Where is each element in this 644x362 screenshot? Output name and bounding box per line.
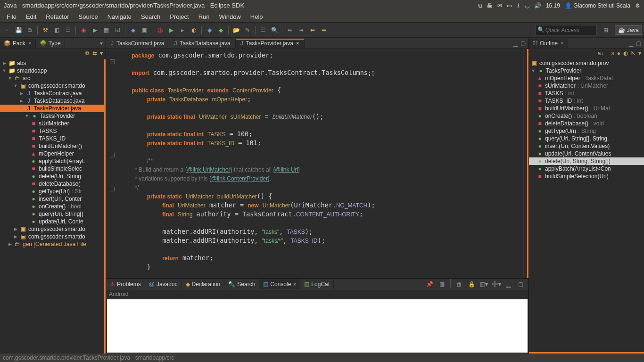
toggle-icon[interactable]: ◧ bbox=[51, 25, 62, 35]
outline-item-selected[interactable]: ●delete(Uri, String, String[]) bbox=[529, 157, 644, 165]
tree-package[interactable]: ▼▣com.gsscoder.smartdo bbox=[0, 82, 104, 90]
tree-file-provider[interactable]: ▼JTasksProvider.java bbox=[0, 105, 104, 112]
outline-item[interactable]: ■TASKS : int bbox=[529, 90, 644, 97]
display-icon[interactable]: ▥ bbox=[437, 279, 447, 289]
clock[interactable]: 16.19 bbox=[546, 2, 560, 9]
perspective-java[interactable]: ☕ Java bbox=[615, 25, 642, 35]
save-icon[interactable]: 💾 bbox=[13, 25, 24, 35]
edit-icon[interactable]: ✎ bbox=[242, 25, 253, 35]
outline-item[interactable]: ▲mOpenHelper : TasksDatal bbox=[529, 74, 644, 82]
outline-icon[interactable]: ☰ bbox=[63, 25, 73, 35]
outline-item[interactable]: ■buildUriMatcher() : UriMat bbox=[529, 105, 644, 112]
editor-tab-contract[interactable]: JTasksContract.java bbox=[106, 39, 169, 48]
build-icon[interactable]: ⚒ bbox=[40, 25, 50, 35]
tab-declaration[interactable]: ◆Declaration bbox=[182, 280, 225, 289]
open-type-icon[interactable]: 📂 bbox=[231, 25, 241, 35]
view-menu-icon[interactable]: ▾ bbox=[100, 40, 103, 47]
overview-ruler[interactable] bbox=[523, 49, 527, 278]
code-editor[interactable]: + - - package com.gsscoder.smartdo.provi… bbox=[106, 49, 528, 278]
forward-icon[interactable]: ➡ bbox=[319, 25, 329, 35]
hide-nonpublic-icon[interactable]: ● bbox=[617, 50, 620, 58]
new-package-icon[interactable]: ◆ bbox=[215, 25, 226, 35]
outline-item[interactable]: ●onCreate() : boolean bbox=[529, 112, 644, 120]
tree-project-smartdoapp[interactable]: ▼📁smartdoapp bbox=[0, 67, 104, 74]
tab-javadoc[interactable]: @Javadoc bbox=[145, 280, 182, 289]
printer-icon[interactable]: 🖶 bbox=[487, 2, 493, 9]
outline-item[interactable]: ●update(Uri, ContentValues bbox=[529, 150, 644, 157]
editor-gutter[interactable]: + - - bbox=[106, 49, 119, 278]
tree-member[interactable]: ■TASKS_ID bbox=[0, 135, 104, 142]
hide-local-icon[interactable]: ◐ bbox=[623, 50, 628, 58]
new-class-icon[interactable]: ◆ bbox=[204, 25, 215, 35]
tree-member[interactable]: ■sUriMatcher bbox=[0, 120, 104, 127]
tree-member[interactable]: ●insert(Uri, Conter bbox=[0, 195, 104, 203]
view-menu-icon[interactable]: ▾ bbox=[638, 50, 641, 58]
menu-run[interactable]: Run bbox=[195, 12, 214, 21]
new-console-icon[interactable]: ➕▾ bbox=[491, 279, 501, 289]
menu-source[interactable]: Source bbox=[75, 12, 102, 21]
package-tree[interactable]: ▶📁abs ▼📁smartdoapp ▼🗀src ▼▣com.gsscoder.… bbox=[0, 59, 106, 354]
outline-item[interactable]: ●getType(Uri) : String bbox=[529, 127, 644, 135]
mail-icon[interactable]: ✉ bbox=[497, 2, 502, 9]
checkbox-icon[interactable]: ☑ bbox=[112, 25, 123, 35]
user-menu[interactable]: 👤 Giacomo Stelluti Scala bbox=[565, 2, 630, 9]
minimize-icon[interactable]: ▁ bbox=[629, 40, 633, 47]
tree-project-abs[interactable]: ▶📁abs bbox=[0, 59, 104, 67]
tree-member[interactable]: ■TASKS bbox=[0, 127, 104, 135]
tree-member[interactable]: ■buildSimpleSelec bbox=[0, 165, 104, 173]
wifi-icon[interactable]: ◡ bbox=[525, 2, 529, 9]
tree-member[interactable]: ●update(Uri, Conte bbox=[0, 218, 104, 225]
tree-member[interactable]: ■deleteDatabase( bbox=[0, 180, 104, 188]
collapse-all-icon[interactable]: ⧉ bbox=[85, 50, 90, 58]
menu-edit[interactable]: Edit bbox=[22, 12, 40, 21]
outline-item[interactable]: ●query(Uri, String[], String, bbox=[529, 135, 644, 142]
maximize-icon[interactable]: ▢ bbox=[520, 40, 526, 47]
tab-console[interactable]: ▥Console × bbox=[259, 280, 300, 289]
tab-search[interactable]: 🔦Search bbox=[224, 280, 259, 289]
tree-file-contract[interactable]: ▶JTasksContract.java bbox=[0, 90, 104, 97]
quick-access-input[interactable] bbox=[536, 25, 597, 35]
menu-window[interactable]: Window bbox=[215, 12, 245, 21]
minimize-icon[interactable]: ▁ bbox=[503, 279, 513, 289]
run-ext-icon[interactable]: ▸ bbox=[177, 25, 188, 35]
gear-icon[interactable]: ⚙ bbox=[635, 2, 640, 9]
run-icon[interactable]: ▶ bbox=[166, 25, 176, 35]
back-icon[interactable]: ⬅ bbox=[307, 25, 318, 35]
tree-member[interactable]: ●getType(Uri): Str bbox=[0, 188, 104, 195]
menu-help[interactable]: Help bbox=[247, 12, 267, 21]
code-area[interactable]: package com.gsscoder.smartdo.provider; i… bbox=[119, 49, 523, 278]
view-dropdown-icon[interactable]: ▾ bbox=[100, 50, 103, 58]
outline-item[interactable]: ■TASKS_ID : int bbox=[529, 97, 644, 105]
debug-icon[interactable]: 🐞 bbox=[155, 25, 165, 35]
tab-logcat[interactable]: ▥LogCat bbox=[300, 280, 334, 289]
focus-icon[interactable]: ⇱ bbox=[631, 50, 636, 58]
clear-icon[interactable]: 🗑 bbox=[454, 279, 464, 289]
menu-file[interactable]: File bbox=[3, 12, 20, 21]
maximize-icon[interactable]: ▢ bbox=[515, 279, 526, 289]
tab-type-hierarchy[interactable]: 🌳 Type bbox=[36, 39, 65, 48]
new-wizard-icon[interactable]: ◆ bbox=[128, 25, 138, 35]
package-icon[interactable]: ▣ bbox=[139, 25, 149, 35]
outline-item[interactable]: ■sUriMatcher : UriMatcher bbox=[529, 82, 644, 90]
close-icon[interactable]: × bbox=[28, 40, 32, 47]
editor-tab-database[interactable]: JTasksDatabase.java bbox=[169, 39, 235, 48]
console-select-icon[interactable]: ▥▾ bbox=[479, 279, 489, 289]
hide-fields-icon[interactable]: ▫ bbox=[606, 50, 608, 58]
pin-icon[interactable]: 📌 bbox=[424, 279, 435, 289]
tree-member[interactable]: ▲mOpenHelper bbox=[0, 150, 104, 157]
outline-item[interactable]: ●applyBatch(ArrayList<Con bbox=[529, 165, 644, 173]
volume-icon[interactable]: 🔊 bbox=[534, 2, 541, 9]
sdk-icon[interactable]: ▦ bbox=[101, 25, 111, 35]
quick-access[interactable]: 🔍 bbox=[536, 25, 597, 35]
menu-project[interactable]: Project bbox=[166, 12, 192, 21]
coverage-icon[interactable]: ◐ bbox=[189, 25, 199, 35]
outline-item[interactable]: ■buildSimpleSelection(Uri) bbox=[529, 173, 644, 180]
save-all-icon[interactable]: ⧉ bbox=[25, 25, 35, 35]
tasks-icon[interactable]: ☲ bbox=[258, 25, 268, 35]
fold-icon[interactable]: - bbox=[110, 153, 115, 157]
maximize-icon[interactable]: ▢ bbox=[636, 40, 641, 47]
run-last-icon[interactable]: ▶ bbox=[90, 25, 100, 35]
tree-member[interactable]: ●query(Uri, String[] bbox=[0, 210, 104, 218]
outline-item[interactable]: ●insert(Uri, ContentValues) bbox=[529, 142, 644, 150]
tree-member[interactable]: ●delete(Uri, String bbox=[0, 173, 104, 180]
